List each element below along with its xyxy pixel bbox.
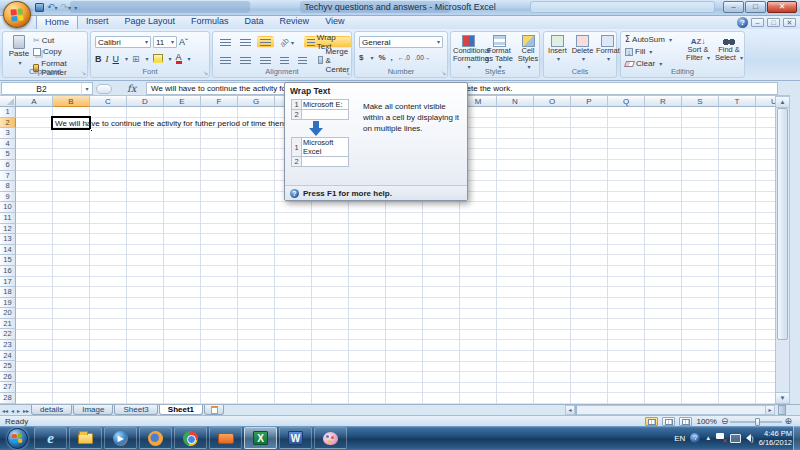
- row-header-10[interactable]: 10: [0, 202, 16, 213]
- help-tray-icon[interactable]: ?: [690, 433, 700, 443]
- row-header-6[interactable]: 6: [0, 160, 16, 171]
- workbook-close-button[interactable]: ✕: [783, 18, 796, 27]
- row-header-18[interactable]: 18: [0, 287, 16, 298]
- row-header-5[interactable]: 5: [0, 149, 16, 160]
- number-dialog-launcher-icon[interactable]: ↘: [441, 70, 446, 76]
- vertical-scrollbar[interactable]: ▲ ▼: [775, 96, 790, 404]
- column-header-d[interactable]: D: [127, 96, 164, 107]
- tab-data[interactable]: Data: [237, 15, 272, 29]
- page-layout-view-button[interactable]: [662, 417, 675, 426]
- tab-formulas[interactable]: Formulas: [183, 15, 237, 29]
- font-name-select[interactable]: Calibri▾: [95, 36, 151, 48]
- horizontal-scrollbar[interactable]: ◂ ▸: [565, 405, 775, 415]
- clock[interactable]: 4:46 PM 6/16/2012: [759, 429, 792, 447]
- format-as-table-button[interactable]: Format as Table ▾: [485, 35, 513, 71]
- scroll-down-icon[interactable]: ▼: [776, 392, 789, 403]
- alignment-dialog-launcher-icon[interactable]: ↘: [345, 70, 350, 76]
- row-header-12[interactable]: 12: [0, 224, 16, 235]
- taskbar-word-button[interactable]: W: [279, 427, 312, 449]
- delete-cells-button[interactable]: Delete▾: [571, 35, 594, 63]
- zoom-slider[interactable]: ⊖ ⊕: [721, 417, 792, 426]
- find-select-button[interactable]: Find & Select ▾: [714, 36, 744, 62]
- row-header-25[interactable]: 25: [0, 361, 16, 372]
- taskbar-firefox-button[interactable]: [139, 427, 172, 449]
- scroll-right-icon[interactable]: ▸: [765, 405, 775, 415]
- column-header-o[interactable]: O: [534, 96, 571, 107]
- name-box[interactable]: B2 ▾: [1, 82, 93, 95]
- column-header-s[interactable]: S: [682, 96, 719, 107]
- show-desktop-button[interactable]: [793, 426, 800, 450]
- row-header-7[interactable]: 7: [0, 171, 16, 182]
- name-box-dropdown-icon[interactable]: ▾: [81, 83, 92, 95]
- insert-worksheet-tab[interactable]: [204, 405, 224, 415]
- column-header-c[interactable]: C: [90, 96, 127, 107]
- taskbar-paint-button[interactable]: [314, 427, 347, 449]
- number-format-select[interactable]: General▾: [359, 36, 443, 48]
- taskbar-explorer-button[interactable]: [69, 427, 102, 449]
- row-header-27[interactable]: 27: [0, 382, 16, 393]
- help-icon[interactable]: ?: [737, 17, 748, 28]
- redo-icon[interactable]: ↷▾: [61, 2, 72, 13]
- zoom-out-icon[interactable]: ⊖: [721, 417, 729, 426]
- column-header-b[interactable]: B: [53, 96, 90, 107]
- row-header-14[interactable]: 14: [0, 245, 16, 256]
- row-header-17[interactable]: 17: [0, 277, 16, 288]
- sort-filter-button[interactable]: AZ↓ Sort & Filter ▾: [683, 36, 713, 62]
- restore-button[interactable]: □: [745, 1, 766, 13]
- tab-split-handle[interactable]: [778, 405, 786, 415]
- sheet-tab-image[interactable]: Image: [73, 405, 113, 415]
- sheet-tab-details[interactable]: details: [31, 405, 72, 415]
- percent-style-icon[interactable]: %: [378, 53, 385, 62]
- minimize-button[interactable]: –: [723, 1, 744, 13]
- row-header-2[interactable]: 2: [0, 118, 16, 129]
- insert-cells-button[interactable]: Insert▾: [546, 35, 569, 63]
- borders-icon[interactable]: ⊞: [132, 54, 140, 64]
- font-size-select[interactable]: 11▾: [153, 36, 177, 48]
- taskbar-chrome-button[interactable]: [174, 427, 207, 449]
- fill-handle[interactable]: [90, 129, 93, 132]
- next-sheet-icon[interactable]: ▸: [17, 407, 20, 414]
- cut-button[interactable]: ✂Cut: [33, 36, 54, 45]
- copy-button[interactable]: Copy: [33, 47, 62, 56]
- column-header-g[interactable]: G: [238, 96, 275, 107]
- insert-function-button[interactable]: fx: [127, 83, 136, 94]
- column-header-p[interactable]: P: [571, 96, 608, 107]
- row-header-23[interactable]: 23: [0, 340, 16, 351]
- increase-decimal-icon[interactable]: ←.0: [398, 54, 410, 61]
- row-header-9[interactable]: 9: [0, 192, 16, 203]
- first-sheet-icon[interactable]: ◂◂: [2, 407, 8, 414]
- row-header-8[interactable]: 8: [0, 181, 16, 192]
- scroll-up-icon[interactable]: ▲: [776, 97, 789, 108]
- fill-button[interactable]: ↓ Fill▾: [625, 47, 652, 56]
- align-left-icon[interactable]: [217, 54, 234, 66]
- close-button[interactable]: ✕: [767, 1, 797, 13]
- row-header-11[interactable]: 11: [0, 213, 16, 224]
- bold-button[interactable]: B: [95, 54, 102, 64]
- row-header-22[interactable]: 22: [0, 329, 16, 340]
- column-header-t[interactable]: T: [719, 96, 756, 107]
- clipboard-dialog-launcher-icon[interactable]: ↘: [81, 70, 86, 76]
- align-right-icon[interactable]: [257, 54, 274, 66]
- normal-view-button[interactable]: [645, 417, 658, 426]
- increase-indent-icon[interactable]: [295, 54, 310, 66]
- save-icon[interactable]: [35, 3, 44, 12]
- language-indicator[interactable]: EN: [674, 434, 685, 443]
- tab-insert[interactable]: Insert: [78, 15, 117, 29]
- accounting-format-icon[interactable]: $: [359, 53, 363, 62]
- taskbar-mediaplayer-button[interactable]: ▶: [104, 427, 137, 449]
- column-header-f[interactable]: F: [201, 96, 238, 107]
- row-header-3[interactable]: 3: [0, 128, 16, 139]
- center-icon[interactable]: [237, 54, 254, 66]
- row-header-28[interactable]: 28: [0, 393, 16, 404]
- workbook-minimize-button[interactable]: –: [751, 18, 764, 27]
- column-header-q[interactable]: Q: [608, 96, 645, 107]
- column-header-n[interactable]: N: [497, 96, 534, 107]
- top-align-icon[interactable]: [217, 36, 234, 48]
- autosum-button[interactable]: Σ AutoSum▾: [625, 35, 672, 44]
- page-break-view-button[interactable]: [679, 417, 692, 426]
- row-header-21[interactable]: 21: [0, 319, 16, 330]
- taskbar-ie-button[interactable]: e: [34, 427, 67, 449]
- row-header-26[interactable]: 26: [0, 372, 16, 383]
- volume-icon[interactable]: ): [746, 434, 753, 442]
- row-headers[interactable]: 1234567891011121314151617181920212223242…: [0, 107, 16, 404]
